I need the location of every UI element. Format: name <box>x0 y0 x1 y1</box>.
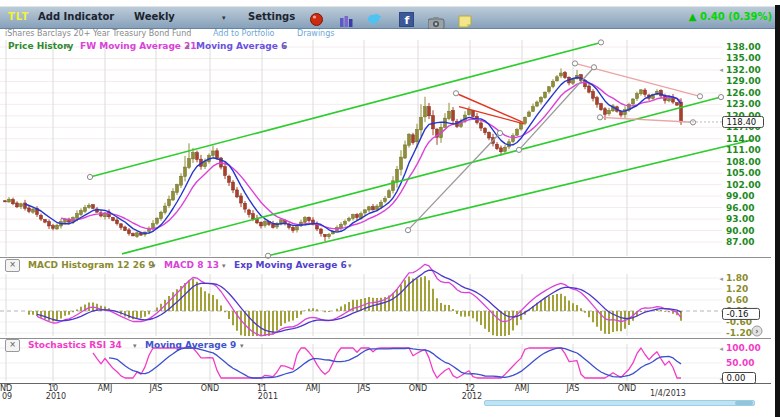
macd-ema-dropdown[interactable]: Exp Moving Average 6 <box>234 260 347 270</box>
price-axis-label: 90.00 <box>726 226 754 236</box>
candle <box>380 202 383 207</box>
candle <box>384 198 387 201</box>
period-caret-icon[interactable]: ▾ <box>222 14 226 22</box>
stoch-ma-caret-icon[interactable]: ▾ <box>240 342 244 350</box>
gray-speedline-2-handle[interactable] <box>591 65 596 70</box>
candle <box>640 90 643 94</box>
settings-button[interactable]: Settings <box>248 11 295 22</box>
green-channel-upper-handle[interactable] <box>87 174 92 179</box>
note-icon[interactable] <box>458 13 475 28</box>
macd-histogram-dropdown[interactable]: MACD Histogram 12 26 9 <box>28 260 155 270</box>
ma6-dropdown[interactable]: Moving Average 6 <box>196 41 287 51</box>
camera-icon[interactable] <box>428 14 445 29</box>
candle <box>636 94 639 99</box>
macd-line-dropdown[interactable]: MACD 8 13 <box>164 260 219 270</box>
symbol-ticker[interactable]: TLT <box>8 11 29 22</box>
candle <box>520 123 523 129</box>
price-axis-label: 126.00 <box>726 88 761 98</box>
candle <box>44 219 47 222</box>
candle <box>420 117 423 130</box>
candle <box>588 86 591 92</box>
candle <box>556 77 559 81</box>
horizontal-scrollbar[interactable] <box>484 400 755 406</box>
price-axis-label: 108.00 <box>726 157 761 167</box>
price-history-caret-icon[interactable]: ▾ <box>66 43 70 51</box>
period-select[interactable]: Weekly <box>134 11 175 22</box>
trendline-green-channel-upper <box>90 42 601 177</box>
candle <box>160 212 163 218</box>
trendline-gray-speedline-1 <box>408 133 500 230</box>
macd-line-caret-icon[interactable]: ▾ <box>222 262 226 270</box>
trendline-pink-wedge-lower <box>600 117 693 122</box>
pink-wedge-upper-handle[interactable] <box>572 61 577 66</box>
candle <box>156 218 159 223</box>
axis-marker-icon: ◂ <box>719 345 723 353</box>
red-downtrend-upper-handle[interactable] <box>453 91 458 96</box>
stoch-ma-dropdown[interactable]: Moving Average 9 <box>145 340 236 350</box>
gray-speedline-2-handle[interactable] <box>516 147 521 152</box>
macd-axis-label: -1.20 <box>726 328 752 338</box>
candle <box>324 235 327 237</box>
candle <box>368 207 371 210</box>
add-indicator-button[interactable]: Add Indicator <box>38 11 114 22</box>
stoch-rsi-caret-icon[interactable]: ▾ <box>133 342 137 350</box>
price-axis-label: 99.00 <box>726 191 754 201</box>
fund-name: iShares Barclays 20+ Year Treasury Bond … <box>5 29 191 38</box>
drawings-link[interactable]: Drawings <box>297 29 334 38</box>
scrollbar-thumb[interactable] <box>735 401 753 405</box>
fw-ma21-caret-icon[interactable]: ▾ <box>186 43 190 51</box>
price-axis-label: 102.00 <box>726 180 761 190</box>
candle <box>240 196 243 203</box>
candle <box>372 207 375 210</box>
macd-value-box-text: -0.16 <box>727 309 749 319</box>
add-to-portfolio-link[interactable]: Add to Portfolio <box>213 29 275 38</box>
price-history-dropdown[interactable]: Price History <box>8 41 73 51</box>
ma6-caret-icon[interactable]: ▾ <box>283 43 287 51</box>
twitter-icon[interactable] <box>366 12 383 27</box>
library-icon[interactable] <box>339 13 356 28</box>
record-icon[interactable] <box>309 12 326 27</box>
price-axis-label: 93.00 <box>726 214 754 224</box>
candle <box>448 111 451 118</box>
candle <box>204 162 207 167</box>
candle <box>496 144 499 148</box>
gray-speedline-1-handle[interactable] <box>405 228 410 233</box>
axis-marker-icon: ◂ <box>719 66 723 74</box>
candle <box>92 205 95 209</box>
facebook-icon[interactable]: f <box>399 12 416 27</box>
macd-histogram-caret-icon[interactable]: ▾ <box>152 262 156 270</box>
macd-axis-label: 1.80 <box>726 273 748 283</box>
macd-ema-caret-icon[interactable]: ▾ <box>348 262 352 270</box>
candle <box>32 209 35 212</box>
stoch-rsi-dropdown[interactable]: Stochastics RSI 34 <box>28 340 122 350</box>
stoch-close-button[interactable]: × <box>5 339 20 352</box>
candle <box>560 73 563 76</box>
macd-close-button[interactable]: × <box>5 259 20 272</box>
green-channel-middle-handle[interactable] <box>718 94 723 99</box>
candle <box>136 233 139 237</box>
pink-wedge-upper-handle[interactable] <box>697 94 702 99</box>
candle <box>428 107 431 116</box>
candle <box>248 210 251 214</box>
candle <box>608 110 611 113</box>
candle <box>500 148 503 152</box>
month-label: OND <box>409 384 427 393</box>
stoch-axis-label: 50.00 <box>726 358 754 368</box>
candle <box>536 102 539 106</box>
candle <box>676 103 679 105</box>
candle <box>40 215 43 219</box>
date-label: 1/4/2013 <box>650 389 686 398</box>
candle <box>528 112 531 116</box>
price-axis-label: 123.00 <box>726 99 761 109</box>
month-label: JAS <box>357 384 371 393</box>
pink-wedge-lower-handle[interactable] <box>597 115 602 120</box>
candle <box>168 199 171 206</box>
fw-ma21-dropdown[interactable]: FW Moving Average 21 <box>80 41 197 51</box>
green-channel-upper-handle[interactable] <box>598 40 603 45</box>
gray-speedline-1-handle[interactable] <box>497 130 502 135</box>
candle <box>88 205 91 207</box>
candle <box>592 92 595 99</box>
candle <box>188 159 191 168</box>
candle <box>376 206 379 209</box>
candle <box>196 153 199 160</box>
